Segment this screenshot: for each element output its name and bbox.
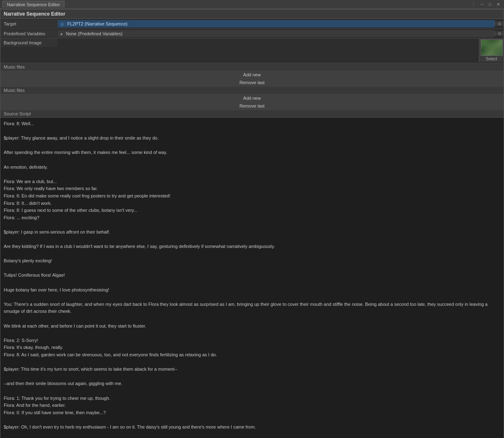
bg-image-thumbnail <box>481 39 503 56</box>
remove-last-button-2[interactable]: Remove last <box>0 102 504 110</box>
predefined-row: Predefined Variables None (Predefined Va… <box>0 29 504 39</box>
target-value-text: FL2PT2 (Narrative Sequence) <box>67 21 128 26</box>
source-script-header: Source Script <box>0 110 504 118</box>
maximize-icon[interactable]: □ <box>487 1 493 8</box>
bg-image-select-label: Select <box>486 57 497 61</box>
bg-image-label: Background Image <box>0 39 58 47</box>
minimize-icon[interactable]: ─ <box>479 1 485 8</box>
target-settings-icon[interactable]: ⊙ <box>495 21 504 26</box>
music-remove-row-2: Remove last <box>0 102 504 110</box>
title-bar-controls: ⋮ ─ □ ✕ <box>470 1 502 8</box>
editor-title: Narrative Sequence Editor <box>0 9 504 19</box>
none-icon <box>60 31 64 36</box>
title-tab[interactable]: Narrative Sequence Editor <box>2 1 64 8</box>
remove-last-button-1[interactable]: Remove last <box>0 79 504 86</box>
add-new-button-2[interactable]: Add new <box>0 94 504 102</box>
music-remove-row-1: Remove last <box>0 79 504 87</box>
menu-icon[interactable]: ⋮ <box>470 1 477 8</box>
bg-image-content <box>58 39 479 42</box>
bg-image-row: Background Image Select <box>0 39 504 63</box>
title-bar: Narrative Sequence Editor ⋮ ─ □ ✕ <box>0 0 504 9</box>
close-icon[interactable]: ✕ <box>495 1 502 8</box>
editor-window: Narrative Sequence Editor Target FL2PT2 … <box>0 9 504 438</box>
add-new-button-1[interactable]: Add new <box>0 71 504 78</box>
predefined-value[interactable]: None (Predefined Variables) <box>58 30 495 37</box>
predefined-label: Predefined Variables <box>0 30 58 38</box>
target-value[interactable]: FL2PT2 (Narrative Sequence) <box>58 20 495 28</box>
script-content[interactable]: Flora: 8: Well... $player: They glance a… <box>0 118 504 438</box>
music-section-header-1: Music files <box>0 63 504 71</box>
target-icon <box>60 21 66 26</box>
predefined-settings-icon[interactable]: ⊙ <box>495 31 504 36</box>
target-row: Target FL2PT2 (Narrative Sequence) ⊙ <box>0 19 504 29</box>
predefined-value-text: None (Predefined Variables) <box>66 31 122 36</box>
music-buttons-2: Add new <box>0 94 504 102</box>
bg-image-thumbnail-container[interactable]: Select <box>479 39 504 62</box>
music-section-header-2: Music files <box>0 87 504 94</box>
target-label: Target <box>0 20 58 28</box>
music-buttons-1: Add new <box>0 71 504 79</box>
